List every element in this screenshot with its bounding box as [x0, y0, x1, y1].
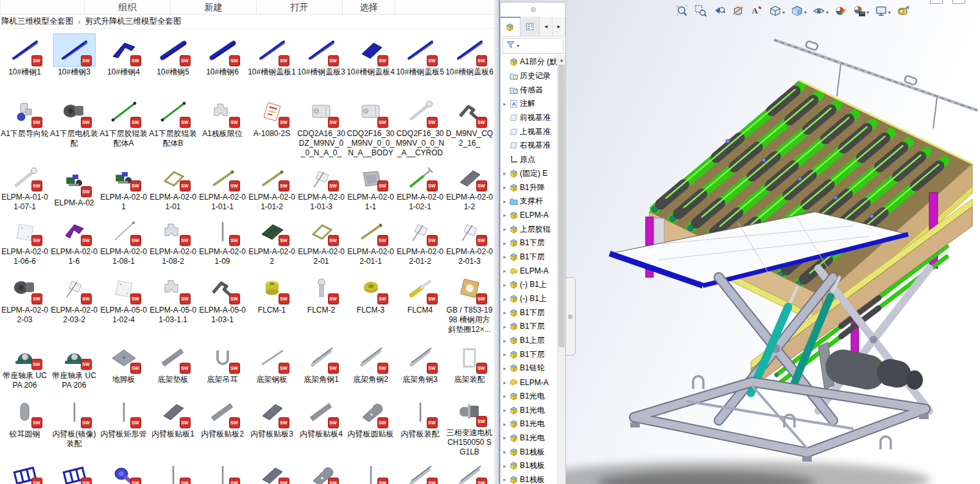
- file-item[interactable]: SWELPM-A-02-01: [99, 159, 148, 212]
- expand-arrow-icon[interactable]: ▸: [501, 184, 509, 191]
- tree-item[interactable]: ▸(固定) E: [501, 167, 557, 181]
- file-item[interactable]: SW: [346, 457, 395, 484]
- tree-scrollbar[interactable]: ▲: [557, 55, 565, 484]
- apply-scene-button[interactable]: ▾: [852, 3, 870, 21]
- tree-item[interactable]: ▸支撑杆: [501, 194, 557, 209]
- expand-arrow-icon[interactable]: ▸: [501, 365, 509, 372]
- file-item[interactable]: SW10#槽钢4: [99, 28, 148, 90]
- file-item[interactable]: SWELPM-A-02-01-01-2: [247, 159, 297, 212]
- file-item[interactable]: SWELPM-A-02-02-01-3: [445, 212, 494, 266]
- tree-item[interactable]: ▸B1栈板: [501, 459, 557, 473]
- expand-arrow-icon[interactable]: ▸: [501, 351, 509, 358]
- file-item[interactable]: SW10#槽钢盖板6: [445, 28, 494, 90]
- section-view-button[interactable]: [730, 3, 746, 21]
- tree-item[interactable]: ▸A注解: [501, 97, 557, 111]
- tree-item[interactable]: ▸上层胶辊: [501, 222, 557, 236]
- expand-arrow-icon[interactable]: ▸: [501, 449, 509, 455]
- expand-arrow-icon[interactable]: ▸: [501, 198, 509, 205]
- file-item[interactable]: SWELPM-A-02-01-1: [346, 159, 395, 212]
- chevron-down-icon[interactable]: ▾: [866, 10, 869, 15]
- tree-item[interactable]: ▸B1光电: [501, 390, 557, 404]
- tree-item[interactable]: 上视基准: [501, 125, 557, 139]
- chevron-down-icon[interactable]: ▾: [826, 10, 829, 15]
- file-item[interactable]: SW内臂板贴板1: [148, 390, 198, 457]
- tree-item[interactable]: ▸(-) B1上: [501, 278, 557, 292]
- file-item[interactable]: SWA1栈板限位: [198, 90, 247, 159]
- expand-arrow-icon[interactable]: ▸: [501, 170, 509, 177]
- file-item[interactable]: SWCDQ2A16_30DZ_M9NV_0_0_N_A_0_: [297, 90, 346, 159]
- tree-item[interactable]: ▸B1栈板: [501, 473, 557, 484]
- file-item[interactable]: SWELPM-A-02-01-01: [148, 159, 198, 212]
- file-item[interactable]: SW10#槽钢盖板5: [395, 28, 445, 90]
- file-item[interactable]: SW10#槽钢盖板4: [346, 28, 395, 90]
- expand-arrow-icon[interactable]: ▸: [501, 282, 509, 288]
- file-item[interactable]: SWCDQ2F16_30_M9NV_0_0_N_A__BODY: [346, 90, 395, 159]
- file-item[interactable]: SW地脚板: [99, 336, 148, 390]
- file-item[interactable]: SWD_M9NV_CQ2_16_: [445, 90, 494, 159]
- toolbar-group-3[interactable]: 打开: [256, 1, 342, 14]
- previous-view-button[interactable]: [712, 3, 727, 21]
- file-item[interactable]: SWA1下层胶辊装配体A: [99, 90, 148, 159]
- file-item[interactable]: SWFLCM-1: [247, 266, 297, 336]
- toolbar-group-4[interactable]: 选择: [342, 1, 395, 14]
- file-item[interactable]: SW10#槽钢3: [49, 28, 99, 90]
- scroll-right[interactable]: ►: [553, 17, 565, 36]
- file-item[interactable]: SWELPM-A-02-01-02-1: [395, 159, 445, 212]
- file-item[interactable]: SWELPM-A-02-01-2: [445, 159, 494, 212]
- tree-item[interactable]: A1部分 (默: [501, 55, 557, 69]
- tree-item[interactable]: ▸(-) B1上: [501, 292, 557, 306]
- measure-button[interactable]: [895, 3, 911, 21]
- tree-item[interactable]: ▸B1光电: [501, 417, 557, 431]
- breadcrumb-parent[interactable]: 降机三维模型全套图: [1, 16, 74, 27]
- file-item[interactable]: SW内臂板装配: [395, 390, 445, 457]
- file-item[interactable]: SWA-1080-2S: [247, 90, 297, 159]
- property-manager-tab[interactable]: [520, 17, 540, 36]
- file-item[interactable]: SWELPM-A-05-01-03-1: [198, 266, 247, 336]
- file-item[interactable]: SW带座轴承 UCPA 206: [0, 336, 49, 390]
- toolbar-group-1[interactable]: 组织: [84, 1, 170, 14]
- file-item[interactable]: SW铰耳圆钢: [0, 390, 49, 457]
- file-item[interactable]: SWELPM-A-02-01-01-1: [198, 159, 247, 212]
- expand-arrow-icon[interactable]: ▸: [501, 421, 509, 428]
- zoom-to-fit-button[interactable]: [675, 3, 690, 21]
- file-item[interactable]: SWELPM-A-02-02-01: [297, 212, 346, 266]
- file-item[interactable]: SW: [445, 457, 494, 484]
- file-item[interactable]: SW内臂板矩形管: [99, 390, 148, 457]
- scrollbar-thumb[interactable]: [558, 65, 565, 347]
- file-item[interactable]: SWELPM-A-02-02-03: [0, 266, 49, 336]
- tree-item[interactable]: ▸B1下层: [501, 347, 557, 361]
- window-button[interactable]: [952, 0, 965, 4]
- filter-bar[interactable]: ▾: [503, 38, 563, 54]
- file-item[interactable]: SW: [198, 457, 247, 484]
- file-item[interactable]: SW内臂板贴板3: [247, 390, 297, 457]
- expand-arrow-icon[interactable]: ▸: [501, 212, 509, 218]
- tree-item[interactable]: 历史记录: [501, 69, 557, 83]
- file-item[interactable]: SWELPM-A-05-01-03-1.1: [148, 266, 198, 336]
- expand-arrow-icon[interactable]: ▸: [501, 101, 509, 107]
- file-item[interactable]: SWFLCM-2: [297, 266, 346, 336]
- tree-item[interactable]: ▸B1下层: [501, 250, 557, 264]
- expand-arrow-icon[interactable]: ▸: [501, 476, 509, 483]
- file-item[interactable]: SW: [0, 457, 49, 484]
- file-item[interactable]: SWFLCM4: [395, 266, 445, 336]
- file-item[interactable]: SW底架角钢1: [297, 336, 346, 390]
- file-item[interactable]: SWELPM-A-02: [49, 159, 99, 212]
- file-item[interactable]: SWELPM-A-02-02: [247, 212, 297, 266]
- expand-arrow-icon[interactable]: ▸: [501, 309, 509, 316]
- file-item[interactable]: SW底架装配: [445, 336, 494, 390]
- expand-arrow-icon[interactable]: ▸: [501, 338, 509, 344]
- tree-item[interactable]: ▸B1栈板: [501, 445, 557, 459]
- tree-item[interactable]: ▸ELPM-A: [501, 209, 557, 223]
- file-item[interactable]: SWELPM-A-02-01-01-3: [297, 159, 346, 212]
- file-item[interactable]: SWELPM-A-02-01-08-1: [99, 212, 148, 266]
- display-style-button[interactable]: ▾: [789, 3, 808, 21]
- file-item[interactable]: SW: [49, 457, 99, 484]
- file-item[interactable]: SW底架钢板: [247, 336, 297, 390]
- tree-item[interactable]: 传感器: [501, 83, 557, 97]
- tree-item[interactable]: ▸B1下层: [501, 306, 557, 320]
- file-item[interactable]: SW三相变速电机 CH150050 SG1LB: [445, 390, 494, 457]
- tree-item[interactable]: ▸B1下层: [501, 236, 557, 250]
- expand-arrow-icon[interactable]: ▸: [501, 240, 509, 246]
- tree-item[interactable]: ▸B1上层: [501, 334, 557, 348]
- file-item[interactable]: SW10#槽钢盖板1: [247, 28, 297, 90]
